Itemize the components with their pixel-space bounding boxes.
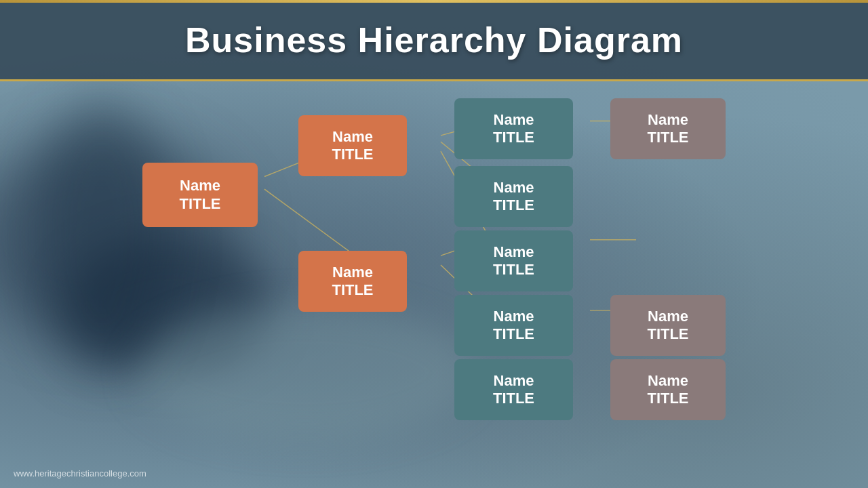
node-teal2[interactable]: Name TITLE xyxy=(454,166,573,227)
node-teal3[interactable]: Name TITLE xyxy=(454,230,573,291)
node-branch2[interactable]: Name TITLE xyxy=(298,251,407,312)
node-teal5-name: Name xyxy=(494,372,534,390)
node-teal5[interactable]: Name TITLE xyxy=(454,359,573,420)
node-gray2-title: TITLE xyxy=(647,325,688,343)
node-gray2-name: Name xyxy=(648,308,688,325)
node-branch1[interactable]: Name TITLE xyxy=(298,115,407,176)
node-teal4-title: TITLE xyxy=(493,325,534,343)
slide-title: Business Hierarchy Diagram xyxy=(185,20,683,60)
node-teal3-name: Name xyxy=(494,243,534,261)
diagram-area: Name TITLE Name TITLE Name TITLE Name TI… xyxy=(0,88,868,461)
node-teal3-title: TITLE xyxy=(493,261,534,279)
node-root[interactable]: Name TITLE xyxy=(142,163,258,227)
node-gray3-name: Name xyxy=(648,372,688,390)
header-bar: Business Hierarchy Diagram xyxy=(0,0,868,81)
node-gray1[interactable]: Name TITLE xyxy=(610,98,726,159)
svg-line-1 xyxy=(264,189,359,259)
connector-lines xyxy=(0,88,868,461)
node-teal5-title: TITLE xyxy=(493,390,534,407)
node-teal4[interactable]: Name TITLE xyxy=(454,295,573,356)
node-teal4-name: Name xyxy=(494,308,534,325)
node-teal1-name: Name xyxy=(494,111,534,129)
node-teal2-title: TITLE xyxy=(493,197,534,214)
node-root-title: TITLE xyxy=(179,195,220,213)
node-teal2-name: Name xyxy=(494,179,534,197)
node-branch2-title: TITLE xyxy=(332,281,373,299)
node-gray1-title: TITLE xyxy=(647,129,688,146)
node-branch2-name: Name xyxy=(332,264,373,281)
slide: Business Hierarchy Diagram xyxy=(0,0,868,488)
node-branch1-name: Name xyxy=(332,128,373,146)
watermark: www.heritagechristiancollege.com xyxy=(14,468,146,479)
node-branch1-title: TITLE xyxy=(332,146,373,163)
node-gray3[interactable]: Name TITLE xyxy=(610,359,726,420)
node-gray2[interactable]: Name TITLE xyxy=(610,295,726,356)
node-gray1-name: Name xyxy=(648,111,688,129)
node-root-name: Name xyxy=(180,177,220,195)
node-teal1[interactable]: Name TITLE xyxy=(454,98,573,159)
node-gray3-title: TITLE xyxy=(647,390,688,407)
node-teal1-title: TITLE xyxy=(493,129,534,146)
